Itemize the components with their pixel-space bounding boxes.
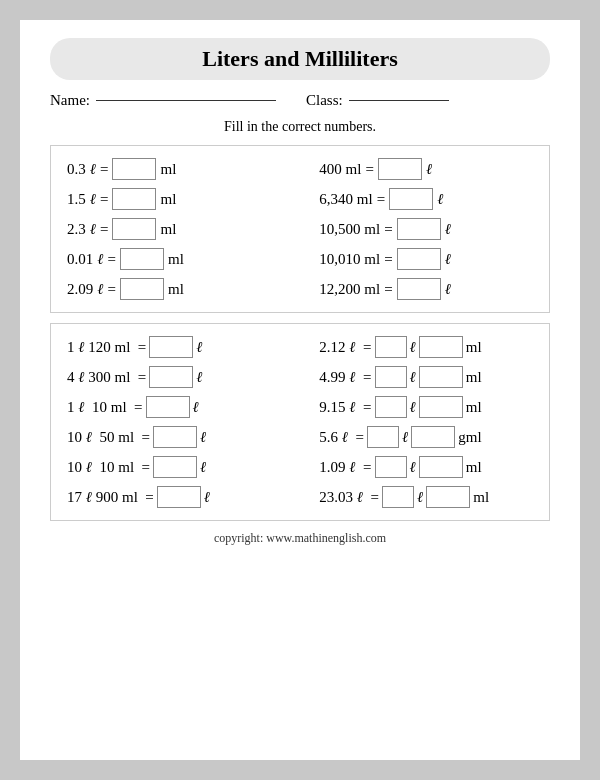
right-val: 6,340 ml (319, 191, 372, 208)
answer-input[interactable] (397, 218, 441, 240)
right-val: 12,200 ml (319, 281, 380, 298)
right-half: 5.6 ℓ = ℓ gml (309, 426, 533, 448)
right-expr: 9.15 ℓ = (319, 399, 371, 416)
ml-label: ml (168, 281, 184, 298)
answer-input[interactable] (397, 278, 441, 300)
right-half: 6,340 ml = ℓ (309, 188, 533, 210)
table-row: 2.3 ℓ = ml 10,500 ml = ℓ (67, 214, 533, 244)
liter-label: ℓ (200, 459, 206, 476)
equals2: = (384, 281, 392, 298)
equals: = (100, 221, 108, 238)
unit-label: ml (466, 399, 482, 416)
class-underline[interactable] (349, 100, 449, 101)
answer-input[interactable] (367, 426, 399, 448)
right-half: 1.09 ℓ = ℓ ml (309, 456, 533, 478)
answer-input[interactable] (382, 486, 414, 508)
answer-input[interactable] (153, 426, 197, 448)
answer-input[interactable] (120, 248, 164, 270)
equals: = (108, 281, 116, 298)
liter-label: ℓ (410, 459, 416, 476)
right-val: 10,500 ml (319, 221, 380, 238)
answer-input[interactable] (375, 336, 407, 358)
left-half: 0.3 ℓ = ml (67, 158, 291, 180)
answer-input[interactable] (112, 218, 156, 240)
equals: = (108, 251, 116, 268)
left-half: 0.01 ℓ = ml (67, 248, 291, 270)
liter-label: ℓ (417, 489, 423, 506)
section2: 1 ℓ 120 ml = ℓ 2.12 ℓ = ℓ ml 4 ℓ 300 ml … (50, 323, 550, 521)
ml-label: ml (168, 251, 184, 268)
left-half: 10 ℓ 50 ml = ℓ (67, 426, 291, 448)
left-expr: 17 ℓ 900 ml = (67, 489, 154, 506)
section1: 0.3 ℓ = ml 400 ml = ℓ 1.5 ℓ = ml (50, 145, 550, 313)
left-half: 2.09 ℓ = ml (67, 278, 291, 300)
answer-input[interactable] (120, 278, 164, 300)
left-half: 2.3 ℓ = ml (67, 218, 291, 240)
left-half: 1.5 ℓ = ml (67, 188, 291, 210)
answer-input[interactable] (426, 486, 470, 508)
instruction: Fill in the correct numbers. (50, 119, 550, 135)
liter-label: ℓ (410, 369, 416, 386)
answer-input[interactable] (375, 396, 407, 418)
ml-label: ml (160, 161, 176, 178)
answer-input[interactable] (411, 426, 455, 448)
left-expr: 1 ℓ 10 ml = (67, 399, 143, 416)
liter-label: ℓ (204, 489, 210, 506)
name-field: Name: (50, 92, 276, 109)
right-half: 12,200 ml = ℓ (309, 278, 533, 300)
liter-label: ℓ (445, 221, 451, 238)
name-class-row: Name: Class: (50, 92, 550, 109)
table-row: 0.01 ℓ = ml 10,010 ml = ℓ (67, 244, 533, 274)
left-unit: ℓ (90, 221, 96, 238)
answer-input[interactable] (419, 336, 463, 358)
answer-input[interactable] (149, 366, 193, 388)
table-row: 1.5 ℓ = ml 6,340 ml = ℓ (67, 184, 533, 214)
left-val: 0.3 (67, 161, 86, 178)
unit-label: ml (473, 489, 489, 506)
table-row: 1 ℓ 10 ml = ℓ 9.15 ℓ = ℓ ml (67, 392, 533, 422)
answer-input[interactable] (419, 456, 463, 478)
answer-input[interactable] (419, 396, 463, 418)
answer-input[interactable] (397, 248, 441, 270)
answer-input[interactable] (378, 158, 422, 180)
left-half: 1 ℓ 10 ml = ℓ (67, 396, 291, 418)
liter-label: ℓ (445, 251, 451, 268)
right-expr: 1.09 ℓ = (319, 459, 371, 476)
unit-label: ml (466, 369, 482, 386)
left-unit: ℓ (90, 191, 96, 208)
left-half: 10 ℓ 10 ml = ℓ (67, 456, 291, 478)
answer-input[interactable] (389, 188, 433, 210)
liter-label: ℓ (196, 369, 202, 386)
right-half: 4.99 ℓ = ℓ ml (309, 366, 533, 388)
table-row: 4 ℓ 300 ml = ℓ 4.99 ℓ = ℓ ml (67, 362, 533, 392)
answer-input[interactable] (375, 366, 407, 388)
left-half: 17 ℓ 900 ml = ℓ (67, 486, 291, 508)
answer-input[interactable] (157, 486, 201, 508)
left-expr: 4 ℓ 300 ml = (67, 369, 146, 386)
left-val: 0.01 (67, 251, 93, 268)
left-unit: ℓ (90, 161, 96, 178)
ml-label: ml (160, 191, 176, 208)
liter-label: ℓ (445, 281, 451, 298)
left-unit: ℓ (97, 281, 103, 298)
right-half: 10,500 ml = ℓ (309, 218, 533, 240)
name-label: Name: (50, 92, 90, 109)
liter-label: ℓ (402, 429, 408, 446)
right-val: 10,010 ml (319, 251, 380, 268)
answer-input[interactable] (146, 396, 190, 418)
ml-label: ml (160, 221, 176, 238)
left-val: 2.3 (67, 221, 86, 238)
class-label: Class: (306, 92, 343, 109)
answer-input[interactable] (153, 456, 197, 478)
equals2: = (384, 251, 392, 268)
answer-input[interactable] (112, 158, 156, 180)
answer-input[interactable] (112, 188, 156, 210)
worksheet-page: Liters and Milliliters Name: Class: Fill… (20, 20, 580, 760)
answer-input[interactable] (149, 336, 193, 358)
table-row: 10 ℓ 10 ml = ℓ 1.09 ℓ = ℓ ml (67, 452, 533, 482)
equals2: = (377, 191, 385, 208)
answer-input[interactable] (419, 366, 463, 388)
unit-label: ml (466, 339, 482, 356)
answer-input[interactable] (375, 456, 407, 478)
name-underline[interactable] (96, 100, 276, 101)
